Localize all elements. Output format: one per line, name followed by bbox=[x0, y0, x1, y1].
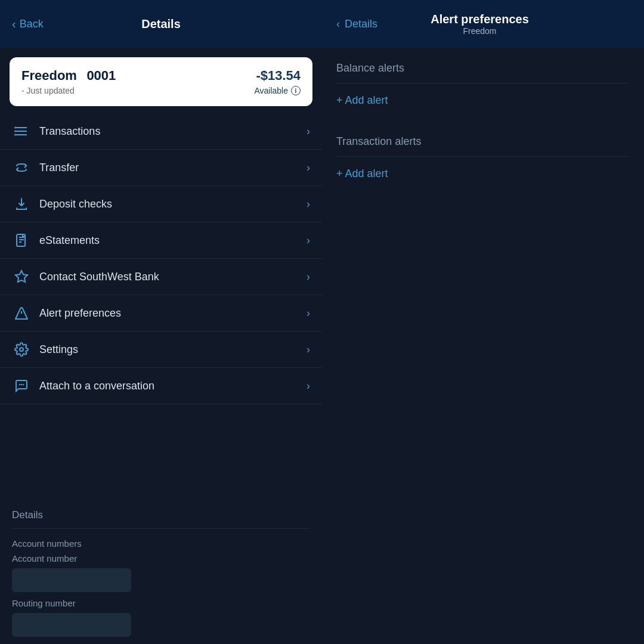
deposit-icon bbox=[12, 197, 31, 211]
balance-alerts-divider bbox=[336, 83, 630, 83]
star-icon bbox=[12, 270, 31, 284]
back-chevron-icon: ‹ bbox=[12, 17, 16, 31]
alert-chevron-icon: › bbox=[306, 307, 310, 320]
right-header-title: Alert preferences bbox=[431, 13, 529, 26]
right-back-chevron-icon: ‹ bbox=[336, 18, 340, 30]
menu-item-contact[interactable]: Contact SouthWest Bank › bbox=[0, 259, 322, 295]
account-card-bottom: - Just updated Available i bbox=[21, 86, 301, 95]
routing-number-label: Routing number bbox=[12, 598, 310, 608]
account-name: Freedom bbox=[21, 68, 77, 83]
estatements-chevron-icon: › bbox=[306, 234, 310, 247]
menu-item-attach-conversation[interactable]: Attach to a conversation › bbox=[0, 368, 322, 404]
transactions-icon bbox=[12, 124, 31, 138]
transfer-label: Transfer bbox=[39, 162, 306, 174]
transactions-chevron-icon: › bbox=[306, 125, 310, 138]
details-divider bbox=[12, 528, 310, 529]
settings-icon bbox=[12, 342, 31, 357]
right-panel: ‹ Details Alert preferences Freedom Bala… bbox=[322, 0, 644, 644]
settings-chevron-icon: › bbox=[306, 343, 310, 356]
deposit-chevron-icon: › bbox=[306, 198, 310, 210]
details-section-title: Details bbox=[12, 509, 310, 521]
back-button[interactable]: ‹ Back bbox=[12, 17, 44, 31]
left-header: ‹ Back Details bbox=[0, 0, 322, 48]
account-number: 0001 bbox=[86, 68, 116, 83]
info-icon[interactable]: i bbox=[291, 86, 301, 95]
add-transaction-alert-button[interactable]: + Add alert bbox=[336, 168, 388, 180]
attach-conversation-label: Attach to a conversation bbox=[39, 380, 306, 392]
svg-point-3 bbox=[14, 127, 16, 129]
estatements-label: eStatements bbox=[39, 234, 306, 247]
balance-alerts-title: Balance alerts bbox=[336, 62, 630, 75]
account-number-value-box bbox=[12, 568, 131, 592]
svg-marker-7 bbox=[16, 271, 27, 282]
right-header-center: Alert preferences Freedom bbox=[431, 13, 529, 36]
available-label: Available bbox=[254, 86, 288, 95]
transaction-alerts-divider bbox=[336, 156, 630, 157]
menu-list: Transactions › Transfer › bbox=[0, 113, 322, 495]
alert-preferences-label: Alert preferences bbox=[39, 307, 306, 320]
account-amount: -$13.54 bbox=[256, 68, 301, 83]
chat-icon bbox=[12, 379, 31, 393]
alert-icon bbox=[12, 306, 31, 320]
transaction-alerts-title: Transaction alerts bbox=[336, 135, 630, 148]
transfer-chevron-icon: › bbox=[306, 162, 310, 174]
back-label: Back bbox=[20, 18, 44, 30]
menu-item-transactions[interactable]: Transactions › bbox=[0, 113, 322, 150]
right-header: ‹ Details Alert preferences Freedom bbox=[322, 0, 644, 48]
balance-alerts-section: Balance alerts + Add alert bbox=[322, 48, 644, 121]
settings-label: Settings bbox=[39, 343, 306, 356]
transaction-alerts-section: Transaction alerts + Add alert bbox=[322, 121, 644, 194]
attach-chevron-icon: › bbox=[306, 380, 310, 392]
svg-point-10 bbox=[20, 348, 23, 351]
account-numbers-label: Account numbers bbox=[12, 538, 310, 549]
left-page-title: Details bbox=[141, 17, 181, 31]
menu-item-settings[interactable]: Settings › bbox=[0, 332, 322, 368]
svg-point-5 bbox=[14, 134, 16, 136]
account-card: Freedom 0001 -$13.54 - Just updated Avai… bbox=[10, 57, 312, 106]
add-balance-alert-button[interactable]: + Add alert bbox=[336, 94, 388, 107]
routing-number-value-box bbox=[12, 613, 131, 637]
left-panel: ‹ Back Details Freedom 0001 -$13.54 - Ju… bbox=[0, 0, 322, 644]
right-header-subtitle: Freedom bbox=[431, 26, 529, 36]
account-updated: - Just updated bbox=[21, 86, 75, 95]
transfer-icon bbox=[12, 160, 31, 175]
right-back-button[interactable]: ‹ Details bbox=[336, 18, 377, 30]
transactions-label: Transactions bbox=[39, 125, 306, 138]
details-section: Details Account numbers Account number R… bbox=[0, 495, 322, 644]
menu-item-alert-preferences[interactable]: Alert preferences › bbox=[0, 295, 322, 332]
right-back-label: Details bbox=[345, 18, 377, 30]
account-available: Available i bbox=[254, 86, 301, 95]
menu-item-deposit-checks[interactable]: Deposit checks › bbox=[0, 186, 322, 222]
menu-item-transfer[interactable]: Transfer › bbox=[0, 150, 322, 186]
account-number-label: Account number bbox=[12, 553, 310, 564]
account-card-top: Freedom 0001 -$13.54 bbox=[21, 68, 301, 83]
menu-item-estatements[interactable]: eStatements › bbox=[0, 222, 322, 259]
estatements-icon bbox=[12, 233, 31, 247]
account-name-number: Freedom 0001 bbox=[21, 68, 116, 83]
svg-point-4 bbox=[14, 131, 16, 132]
contact-chevron-icon: › bbox=[306, 271, 310, 283]
deposit-checks-label: Deposit checks bbox=[39, 198, 306, 210]
contact-label: Contact SouthWest Bank bbox=[39, 271, 306, 283]
